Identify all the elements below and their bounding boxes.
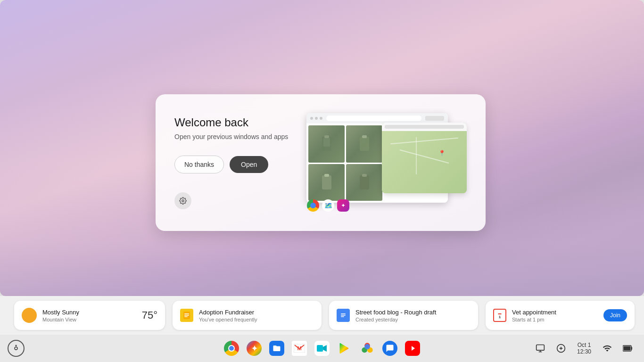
adoption-fundraiser-card[interactable]: Adoption Fundraiser You've opened freque…: [173, 301, 322, 330]
browser-toolbar: [306, 113, 448, 123]
svg-rect-2: [324, 135, 329, 138]
welcome-buttons: No thanks Open: [174, 156, 292, 173]
taskbar: ✦: [0, 335, 644, 362]
svg-point-18: [16, 345, 17, 346]
battery-icon[interactable]: [619, 340, 636, 357]
sun-icon: [22, 308, 37, 323]
svg-rect-4: [360, 137, 369, 151]
svg-rect-16: [341, 315, 346, 316]
svg-rect-34: [631, 347, 632, 350]
browser-control: [315, 117, 318, 120]
svg-rect-7: [324, 174, 329, 177]
map-toolbar: [382, 123, 467, 131]
svg-point-0: [182, 200, 184, 202]
taskbar-play[interactable]: [334, 338, 355, 359]
svg-rect-3: [323, 138, 330, 147]
docs-yellow-icon: [180, 309, 193, 322]
browser-control: [320, 117, 322, 120]
vet-appointment-card[interactable]: ▬ 1 Vet appointment Starts at 1 pm Join: [486, 301, 635, 330]
product-image: [346, 125, 382, 163]
adoption-title: Adoption Fundraiser: [199, 309, 314, 316]
preview-app-icons: 🗺️ ✦: [306, 199, 350, 212]
taskbar-chrome[interactable]: [221, 338, 242, 359]
calendar-icon: ▬ 1: [493, 309, 506, 322]
welcome-subtitle: Open your previous windows and apps: [174, 133, 292, 140]
screen-capture-icon[interactable]: [532, 340, 549, 357]
taskbar-assistant[interactable]: ✦: [244, 338, 264, 359]
weather-card[interactable]: Mostly Sunny Mountain View 75°: [14, 301, 165, 330]
svg-rect-5: [362, 135, 367, 138]
product-image: [308, 164, 345, 201]
product-image: [308, 125, 345, 163]
weather-temperature: 75°: [142, 309, 157, 321]
svg-rect-12: [184, 315, 189, 316]
vet-subtitle: Starts at 1 pm: [512, 317, 598, 322]
taskbar-youtube[interactable]: [402, 338, 423, 359]
svg-text:M: M: [297, 346, 301, 351]
product-image: [346, 164, 382, 201]
vet-card-text: Vet appointment Starts at 1 pm: [512, 309, 598, 322]
svg-rect-11: [184, 313, 189, 314]
no-thanks-button[interactable]: No thanks: [174, 156, 224, 173]
browser-control: [310, 117, 313, 120]
taskbar-apps: ✦: [221, 338, 423, 359]
map-search: [385, 125, 464, 129]
datetime-display[interactable]: Oct 1 12:30: [573, 340, 595, 357]
welcome-title: Welcome back: [174, 116, 292, 129]
accessibility-button[interactable]: [8, 340, 25, 357]
docs-blue-icon: [337, 309, 350, 322]
settings-button[interactable]: [174, 192, 191, 209]
svg-rect-8: [360, 175, 369, 189]
weather-location: Mountain View: [42, 317, 136, 322]
street-food-subtitle: Created yesterday: [355, 317, 471, 322]
weather-title: Mostly Sunny: [42, 309, 136, 316]
svg-point-27: [364, 344, 370, 350]
adoption-subtitle: You've opened frequently: [199, 317, 314, 322]
tray-date: Oct 1: [578, 342, 591, 348]
taskbar-gmail[interactable]: M: [289, 338, 310, 359]
app-preview-area: REI Backpacking Backpack 65L High-capaci…: [306, 113, 467, 212]
weather-card-text: Mostly Sunny Mountain View: [42, 309, 136, 322]
wifi-icon[interactable]: [599, 340, 616, 357]
svg-rect-29: [537, 345, 545, 351]
welcome-dialog: Welcome back Open your previous windows …: [156, 94, 486, 231]
browser-tab: [425, 116, 444, 121]
map-road: [416, 137, 417, 174]
map-content: 📍: [382, 131, 467, 193]
system-tray: Oct 1 12:30: [532, 340, 636, 357]
map-road: [390, 138, 458, 145]
svg-rect-15: [341, 313, 346, 314]
vet-title: Vet appointment: [512, 309, 598, 316]
taskbar-messages[interactable]: [380, 338, 400, 359]
svg-marker-28: [412, 346, 415, 351]
adoption-card-text: Adoption Fundraiser You've opened freque…: [199, 309, 314, 322]
cards-row: Mostly Sunny Mountain View 75° Adoption …: [0, 296, 644, 335]
join-button[interactable]: Join: [603, 309, 627, 321]
svg-rect-35: [624, 346, 631, 351]
svg-rect-6: [322, 175, 331, 189]
taskbar-files[interactable]: [266, 338, 287, 359]
product-images-grid: [306, 123, 384, 203]
map-preview: 📍: [382, 123, 467, 193]
tray-time: 12:30: [577, 348, 591, 355]
map-pin: 📍: [438, 150, 446, 156]
taskbar-photos[interactable]: [357, 338, 378, 359]
welcome-content: Welcome back Open your previous windows …: [174, 116, 292, 209]
svg-rect-9: [362, 174, 367, 177]
preview-app-icon-3: ✦: [337, 199, 350, 212]
street-food-card-text: Street food blog - Rough draft Created y…: [355, 309, 471, 322]
svg-rect-22: [317, 345, 323, 352]
street-food-card[interactable]: Street food blog - Rough draft Created y…: [329, 301, 478, 330]
street-food-title: Street food blog - Rough draft: [355, 309, 471, 316]
preview-chrome-icon: [306, 199, 320, 212]
svg-rect-13: [184, 316, 188, 317]
svg-rect-17: [341, 316, 344, 317]
browser-url-bar: [326, 115, 421, 121]
taskbar-meet[interactable]: [312, 338, 332, 359]
add-icon[interactable]: [553, 340, 570, 357]
preview-maps-icon: 🗺️: [322, 199, 335, 212]
shelf: Mostly Sunny Mountain View 75° Adoption …: [0, 296, 644, 362]
open-button[interactable]: Open: [230, 156, 268, 173]
svg-marker-23: [323, 345, 327, 352]
